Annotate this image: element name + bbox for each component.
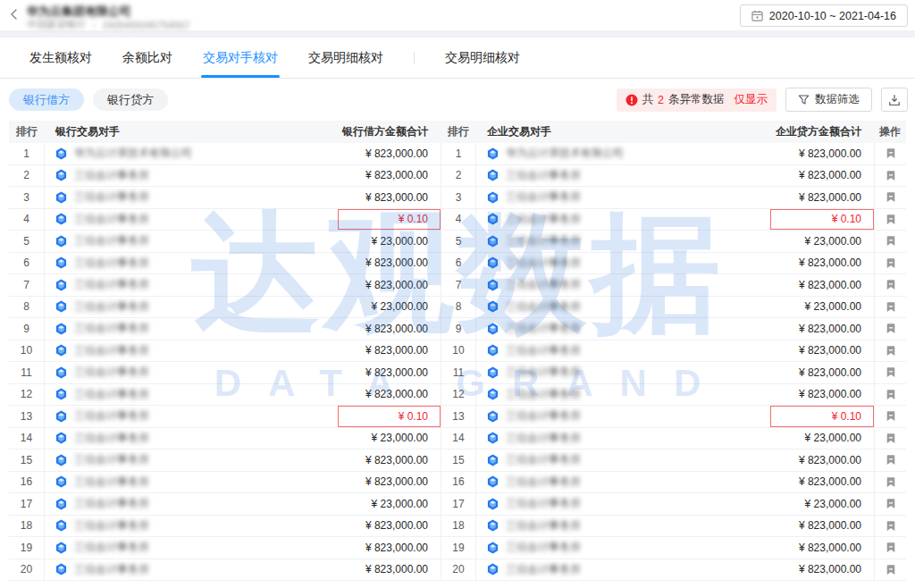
bank-amount: ¥ 823,000.00	[338, 340, 441, 362]
bookmark-action[interactable]	[874, 231, 906, 252]
bank-amount: ¥ 823,000.00	[338, 362, 441, 383]
enterprise-counterparty-name: 三信会计事务所	[506, 540, 581, 555]
bookmark-action[interactable]	[874, 187, 906, 208]
table-header: 排行 银行交易对手 银行借方金额合计 排行 企业交易对手 企业贷方金额合计 操作	[9, 121, 906, 143]
organization-icon	[55, 475, 67, 488]
enterprise-amount: ¥ 23,000.00	[770, 231, 874, 252]
bookmark-action[interactable]	[874, 209, 906, 231]
bookmark-action[interactable]	[874, 449, 906, 471]
table-body: 1 华为云计算技术有限公司 ¥ 823,000.00 1 华为云计算技术有限公司…	[9, 143, 906, 581]
bookmark-action[interactable]	[874, 165, 906, 187]
enterprise-counterparty-name: 三信会计事务所	[506, 431, 581, 446]
bookmark-icon	[886, 257, 896, 269]
back-icon[interactable]	[8, 8, 21, 21]
enterprise-counterparty-name: 三信会计事务所	[506, 452, 581, 467]
tab-divider	[414, 52, 415, 64]
bookmark-action[interactable]	[874, 559, 906, 581]
only-show-link[interactable]: 仅显示	[735, 92, 768, 107]
bank-amount: ¥ 823,000.00	[338, 274, 441, 296]
pill-group: 银行借方银行贷方	[9, 88, 168, 111]
tab-5[interactable]: 交易明细核对	[445, 38, 520, 78]
enterprise-counterparty-name: 三信会计事务所	[506, 168, 581, 183]
enterprise-counterparty-cell: 三信会计事务所	[476, 559, 770, 581]
table-row: 1 华为云计算技术有限公司 ¥ 823,000.00 1 华为云计算技术有限公司…	[9, 143, 906, 165]
enterprise-counterparty-cell: 三信会计事务所	[476, 297, 770, 318]
organization-icon	[487, 235, 499, 248]
bank-counterparty-name: 三信会计事务所	[74, 496, 149, 511]
bank-counterparty-name: 三信会计事务所	[74, 562, 149, 577]
pill-1[interactable]: 银行借方	[9, 88, 84, 111]
enterprise-amount: ¥ 823,000.00	[770, 187, 874, 208]
bank-amount: ¥ 0.10	[338, 209, 441, 231]
bank-counterparty-name: 三信会计事务所	[74, 212, 149, 227]
bookmark-action[interactable]	[874, 516, 906, 537]
bookmark-action[interactable]	[874, 297, 906, 318]
enterprise-amount: ¥ 823,000.00	[770, 472, 874, 493]
organization-icon	[487, 454, 499, 466]
bank-amount: ¥ 823,000.00	[338, 472, 441, 493]
enterprise-rank: 18	[441, 516, 476, 537]
organization-icon	[55, 147, 67, 160]
bank-counterparty-cell: 三信会计事务所	[45, 187, 338, 208]
tab-3[interactable]: 交易对手核对	[203, 38, 278, 78]
organization-icon	[55, 344, 67, 357]
table-row: 12 三信会计事务所 ¥ 823,000.00 12 三信会计事务所 ¥ 823…	[9, 384, 906, 407]
bookmark-action[interactable]	[874, 472, 906, 493]
tab-2[interactable]: 余额比对	[122, 38, 172, 78]
date-range-picker[interactable]: 2020-10-10 ~ 2021-04-16	[740, 4, 908, 27]
organization-icon	[487, 344, 499, 357]
organization-icon	[487, 256, 499, 269]
bank-rank: 2	[9, 165, 45, 187]
organization-icon	[55, 542, 67, 554]
bookmark-action[interactable]	[874, 406, 906, 427]
bank-counterparty-name: 三信会计事务所	[74, 387, 149, 402]
bank-amount: ¥ 823,000.00	[338, 384, 441, 406]
table-row: 9 三信会计事务所 ¥ 823,000.00 9 三信会计事务所 ¥ 823,0…	[9, 318, 906, 340]
reconciliation-table: 排行 银行交易对手 银行借方金额合计 排行 企业交易对手 企业贷方金额合计 操作…	[9, 121, 906, 581]
bank-counterparty-cell: 三信会计事务所	[45, 406, 338, 427]
enterprise-counterparty-cell: 三信会计事务所	[476, 253, 770, 274]
bookmark-action[interactable]	[874, 143, 906, 164]
download-button[interactable]	[881, 88, 908, 112]
bookmark-icon	[886, 235, 896, 247]
anomaly-count: 2	[658, 94, 664, 106]
bookmark-action[interactable]	[874, 362, 906, 383]
bank-counterparty-name: 三信会计事务所	[74, 475, 149, 490]
enterprise-amount: ¥ 823,000.00	[770, 274, 874, 296]
bookmark-action[interactable]	[874, 253, 906, 274]
bookmark-action[interactable]	[874, 384, 906, 406]
bookmark-action[interactable]	[874, 493, 906, 515]
bookmark-action[interactable]	[874, 274, 906, 296]
bank-rank: 19	[9, 537, 45, 559]
bank-counterparty-cell: 三信会计事务所	[45, 362, 338, 383]
bank-rank: 1	[9, 143, 45, 164]
enterprise-rank: 12	[441, 384, 476, 406]
enterprise-rank: 1	[441, 143, 476, 164]
bookmark-action[interactable]	[874, 537, 906, 559]
organization-icon	[55, 169, 67, 181]
bank-amount: ¥ 823,000.00	[338, 143, 441, 164]
bookmark-icon	[886, 279, 896, 290]
bank-counterparty-cell: 三信会计事务所	[45, 165, 338, 187]
bank-counterparty-name: 三信会计事务所	[74, 408, 149, 424]
enterprise-amount: ¥ 823,000.00	[770, 318, 874, 340]
account-subline: 中国建设银行 | 2435455045754567	[27, 18, 190, 31]
enterprise-rank: 20	[441, 559, 476, 581]
enterprise-amount: ¥ 823,000.00	[770, 143, 874, 164]
pill-2[interactable]: 银行贷方	[93, 88, 168, 111]
bookmark-action[interactable]	[874, 340, 906, 362]
bookmark-action[interactable]	[874, 318, 906, 340]
enterprise-counterparty-cell: 三信会计事务所	[476, 340, 770, 362]
organization-icon	[55, 235, 67, 248]
data-filter-button[interactable]: 数据筛选	[785, 88, 872, 112]
enterprise-rank: 17	[441, 493, 476, 515]
bank-counterparty-cell: 华为云计算技术有限公司	[45, 143, 338, 164]
tab-1[interactable]: 发生额核对	[29, 38, 92, 78]
enterprise-counterparty-name: 华为云计算技术有限公司	[506, 146, 624, 161]
bank-counterparty-name: 三信会计事务所	[74, 277, 149, 292]
table-row: 10 三信会计事务所 ¥ 823,000.00 10 三信会计事务所 ¥ 823…	[9, 340, 906, 363]
enterprise-amount: ¥ 823,000.00	[770, 559, 874, 581]
bookmark-action[interactable]	[874, 428, 906, 449]
tab-4[interactable]: 交易明细核对	[308, 38, 383, 78]
bank-counterparty-name: 三信会计事务所	[74, 431, 149, 446]
